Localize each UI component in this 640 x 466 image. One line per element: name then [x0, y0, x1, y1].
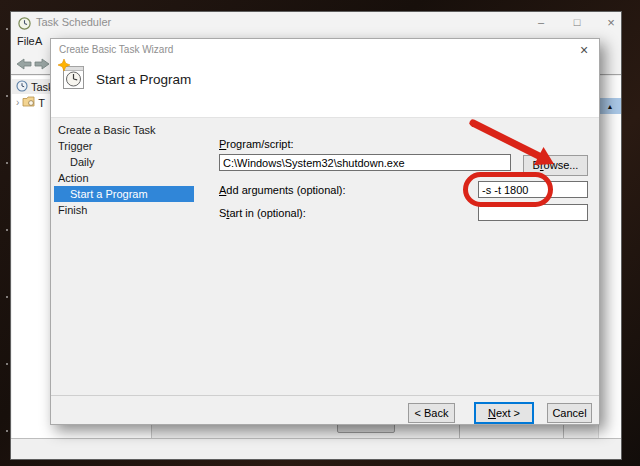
forward-arrow-icon[interactable] — [34, 56, 50, 74]
tree-item-label: T — [38, 97, 45, 109]
program-script-label: Program/script: — [219, 138, 294, 150]
titlebar[interactable]: Task Scheduler – □ × — [11, 12, 621, 33]
start-in-input[interactable] — [478, 204, 588, 221]
footer-separator — [51, 395, 599, 396]
wizard-steps-sidebar: Create a Basic Task Trigger Daily Action… — [54, 122, 194, 218]
program-script-input[interactable] — [219, 154, 511, 171]
step-finish[interactable]: Finish — [54, 202, 194, 218]
actions-panel-collapse[interactable]: ▲ — [599, 98, 621, 114]
desktop: Task Scheduler – □ × File A — [0, 0, 640, 466]
dialog-title: Create Basic Task Wizard — [59, 44, 173, 55]
add-arguments-input[interactable] — [478, 181, 588, 198]
create-basic-task-wizard-dialog: Create Basic Task Wizard × Start a Progr… — [50, 38, 600, 425]
step-start-a-program[interactable]: Start a Program — [54, 186, 194, 202]
step-daily[interactable]: Daily — [54, 154, 194, 170]
folder-icon — [22, 96, 35, 109]
step-action[interactable]: Action — [54, 170, 194, 186]
back-button[interactable]: < Back — [408, 403, 455, 423]
clock-icon — [16, 80, 28, 94]
wizard-step-heading: Start a Program — [96, 72, 191, 87]
window-title: Task Scheduler — [36, 16, 111, 28]
dialog-close-button[interactable]: × — [575, 42, 593, 59]
start-in-label: Start in (optional): — [219, 207, 306, 219]
collapse-triangle-icon: ▲ — [607, 103, 614, 110]
menu-file[interactable]: File — [17, 35, 35, 47]
expander-icon[interactable]: › — [16, 97, 19, 108]
close-button[interactable]: × — [596, 12, 626, 33]
next-button[interactable]: Next > — [474, 402, 534, 424]
actions-panel-sliver: ▲ — [598, 76, 621, 440]
maximize-button[interactable]: □ — [562, 12, 592, 33]
back-arrow-icon[interactable] — [16, 56, 32, 74]
add-arguments-label: Add arguments (optional): — [219, 184, 346, 196]
task-scheduler-app-icon — [18, 16, 31, 34]
wizard-header: Create Basic Task Wizard × Start a Progr… — [51, 39, 599, 118]
scheduled-task-icon — [58, 59, 85, 94]
minimize-button[interactable]: – — [526, 12, 556, 33]
step-create-basic-task[interactable]: Create a Basic Task — [54, 122, 194, 138]
status-bar — [11, 438, 621, 459]
browse-button[interactable]: Browse... — [523, 155, 588, 176]
menu-action[interactable]: A — [35, 35, 42, 47]
step-trigger[interactable]: Trigger — [54, 138, 194, 154]
cancel-button[interactable]: Cancel — [547, 403, 592, 423]
